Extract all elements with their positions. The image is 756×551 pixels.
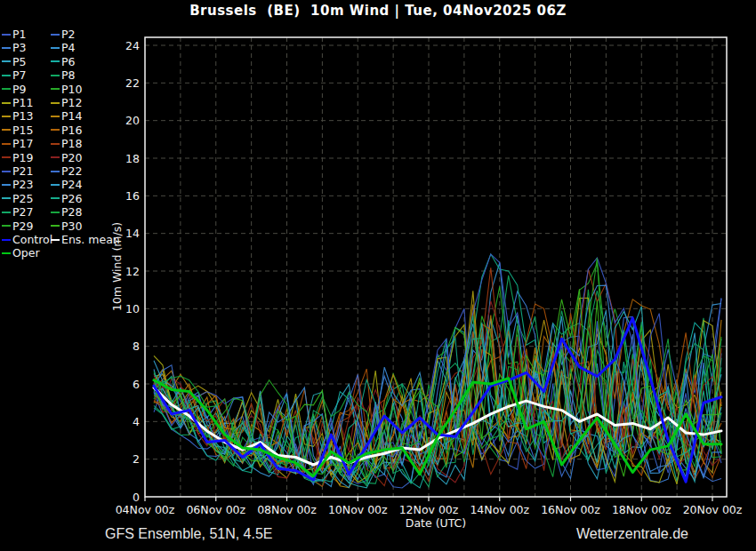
footer-model-info: GFS Ensemble, 51N, 4.5E (105, 526, 273, 542)
x-tick-label: 12Nov 00z (399, 503, 459, 516)
footer-brand: Wetterzentrale.de (576, 526, 688, 542)
x-tick-label: 10Nov 00z (328, 503, 388, 516)
x-tick-label: 08Nov 00z (257, 503, 317, 516)
y-tick-label: 2 (133, 452, 140, 466)
x-tick-label: 18Nov 00z (612, 503, 672, 516)
x-tick-label: 20Nov 00z (683, 503, 743, 516)
y-tick-label: 18 (125, 152, 140, 165)
y-tick-label: 10 (125, 302, 140, 315)
y-tick-label: 0 (133, 491, 140, 504)
y-tick-label: 20 (125, 114, 140, 127)
plot-area: 04Nov 00z06Nov 00z08Nov 00z10Nov 00z12No… (0, 0, 756, 551)
x-tick-label: 04Nov 00z (116, 503, 175, 516)
y-tick-label: 4 (133, 415, 140, 428)
y-tick-label: 8 (133, 339, 140, 353)
y-tick-label: 6 (133, 378, 140, 391)
y-tick-label: 22 (125, 76, 140, 90)
y-tick-label: 16 (125, 189, 140, 203)
x-tick-label: 06Nov 00z (186, 503, 245, 516)
x-tick-label: 14Nov 00z (470, 503, 529, 516)
y-tick-label: 14 (125, 227, 140, 240)
y-tick-label: 12 (125, 265, 140, 278)
x-tick-label: 16Nov 00z (541, 503, 600, 516)
app-window: Brussels (BE) 10m Wind | Tue, 04Nov2025 … (0, 0, 756, 551)
x-axis-label: Date (UTC) (406, 516, 466, 530)
y-tick-label: 24 (125, 39, 140, 52)
